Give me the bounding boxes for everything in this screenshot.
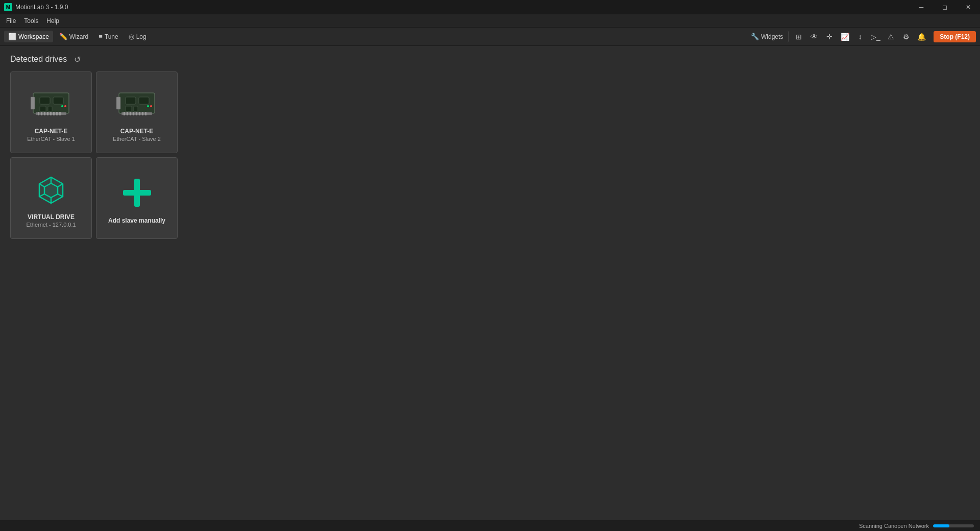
move-icon: ✛ [826, 33, 832, 41]
warning-icon-button[interactable]: ⚠ [884, 30, 898, 44]
wizard-label: Wizard [69, 33, 88, 40]
menu-bar: File Tools Help [0, 14, 980, 28]
app-title: MotionLab 3 - 1.9.0 [15, 4, 68, 11]
add-slave-icon [120, 176, 154, 209]
restore-button[interactable]: ◻ [933, 0, 957, 14]
settings-icon-button[interactable]: ⚙ [899, 30, 913, 44]
drive-title-add: Add slave manually [108, 217, 165, 224]
bell-icon: 🔔 [917, 33, 926, 41]
drive-image-virtual [31, 168, 71, 209]
log-label: Log [136, 33, 146, 40]
svg-rect-2 [40, 97, 50, 104]
svg-rect-8 [41, 112, 42, 115]
scanning-text: Scanning Canopen Network [859, 523, 929, 529]
svg-rect-26 [130, 112, 131, 115]
widgets-button[interactable]: 🔧 Widgets [746, 31, 789, 42]
drive-title-slave1: CAP-NET-E [35, 128, 68, 135]
log-button[interactable]: ◎ Log [125, 31, 151, 42]
svg-rect-29 [139, 112, 140, 115]
scope-icon-button[interactable]: ↕ [853, 30, 867, 44]
progress-bar-fill [933, 524, 949, 527]
app-icon: M [4, 3, 12, 11]
svg-rect-3 [53, 97, 63, 104]
svg-rect-31 [145, 112, 146, 115]
drive-image-add [116, 172, 157, 213]
workspace-button[interactable]: ⬜ Workspace [4, 31, 53, 42]
refresh-icon[interactable]: ↺ [72, 54, 82, 64]
drive-title-slave2: CAP-NET-E [120, 128, 154, 135]
warning-icon: ⚠ [888, 33, 894, 41]
svg-rect-7 [38, 112, 39, 115]
svg-rect-24 [124, 112, 125, 115]
svg-rect-20 [139, 97, 149, 104]
svg-point-16 [64, 105, 66, 107]
chart-icon: 📈 [841, 33, 849, 41]
svg-rect-25 [127, 112, 128, 115]
wrench-icon: 🔧 [751, 33, 759, 40]
svg-rect-10 [47, 112, 48, 115]
pcb-svg-slave2 [116, 88, 157, 118]
svg-rect-9 [44, 112, 45, 115]
drive-title-virtual: VIRTUAL DRIVE [28, 213, 75, 221]
drive-subtitle-slave1: EtherCAT - Slave 1 [27, 136, 75, 142]
log-icon: ◎ [129, 33, 134, 40]
layout-icon: ⊞ [796, 33, 802, 41]
drive-image-slave2 [116, 83, 157, 124]
drive-card-slave1[interactable]: CAP-NET-E EtherCAT - Slave 1 [10, 71, 92, 153]
svg-rect-11 [50, 112, 52, 115]
svg-point-32 [147, 105, 149, 107]
bell-icon-button[interactable]: 🔔 [914, 30, 928, 44]
drive-card-virtual[interactable]: VIRTUAL DRIVE Ethernet - 127.0.0.1 [10, 157, 92, 239]
workspace-label: Workspace [18, 33, 49, 40]
scope-icon: ↕ [859, 33, 862, 41]
close-button[interactable]: ✕ [957, 0, 980, 14]
wizard-button[interactable]: ✏️ Wizard [55, 31, 92, 42]
svg-rect-14 [59, 112, 61, 115]
terminal-icon: ▷_ [871, 33, 880, 41]
eye-icon: 👁 [811, 33, 818, 41]
chart-icon-button[interactable]: 📈 [838, 30, 852, 44]
terminal-icon-button[interactable]: ▷_ [868, 30, 883, 44]
main-content: Detected drives ↺ [0, 46, 980, 247]
svg-rect-27 [133, 112, 134, 115]
title-bar: M MotionLab 3 - 1.9.0 ─ ◻ ✕ [0, 0, 980, 14]
svg-rect-12 [53, 112, 55, 115]
window-controls: ─ ◻ ✕ [910, 0, 980, 14]
toolbar-right: 🔧 Widgets ⊞ 👁 ✛ 📈 ↕ ▷_ ⚠ ⚙ 🔔 Stop (F1 [746, 30, 976, 44]
tune-button[interactable]: ≡ Tune [94, 31, 122, 42]
pcb-svg-slave1 [31, 88, 71, 118]
svg-point-33 [150, 105, 152, 107]
svg-marker-35 [44, 183, 58, 198]
svg-rect-4 [40, 106, 46, 111]
svg-rect-21 [126, 106, 132, 111]
svg-rect-19 [126, 97, 136, 104]
minimize-button[interactable]: ─ [910, 0, 933, 14]
menu-help[interactable]: Help [42, 16, 63, 26]
menu-file[interactable]: File [2, 16, 20, 26]
view-icon-button[interactable]: 👁 [807, 30, 821, 44]
svg-rect-30 [142, 112, 143, 115]
svg-rect-1 [31, 97, 35, 109]
tune-icon: ≡ [99, 33, 103, 40]
svg-rect-22 [134, 106, 138, 111]
progress-bar-container [933, 524, 974, 527]
move-icon-button[interactable]: ✛ [822, 30, 837, 44]
virtual-drive-icon [33, 171, 69, 207]
gear-icon: ⚙ [903, 33, 910, 41]
svg-rect-5 [48, 106, 52, 111]
drive-card-slave2[interactable]: CAP-NET-E EtherCAT - Slave 2 [96, 71, 178, 153]
status-right: Scanning Canopen Network [859, 523, 974, 529]
tune-label: Tune [105, 33, 118, 40]
svg-rect-18 [116, 97, 120, 109]
menu-tools[interactable]: Tools [20, 16, 42, 26]
stop-button[interactable]: Stop (F12) [934, 31, 976, 42]
drive-card-add-slave[interactable]: Add slave manually [96, 157, 178, 239]
svg-point-15 [61, 105, 63, 107]
detected-drives-header: Detected drives ↺ [10, 54, 970, 64]
layout-icon-button[interactable]: ⊞ [792, 30, 806, 44]
svg-rect-28 [136, 112, 137, 115]
drive-image-slave1 [31, 83, 71, 124]
status-bar: Scanning Canopen Network [0, 520, 980, 531]
drives-grid: CAP-NET-E EtherCAT - Slave 1 [10, 71, 970, 239]
svg-rect-43 [123, 190, 151, 196]
